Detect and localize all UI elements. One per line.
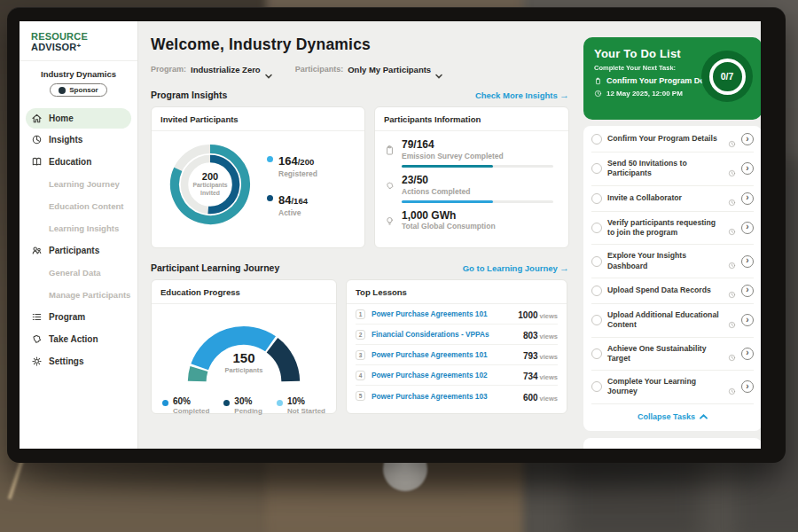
lesson-link[interactable]: Power Purchase Agreements 102 — [372, 371, 517, 379]
sidebar-item-label: Learning Journey — [49, 179, 120, 189]
collapse-tasks-link[interactable]: Collapse Tasks — [591, 404, 754, 430]
checkbox[interactable] — [591, 223, 602, 233]
lesson-link[interactable]: Power Purchase Agreements 101 — [372, 309, 512, 318]
legend-label: Completed — [173, 407, 209, 415]
brand-secondary: ADVISOR — [31, 42, 77, 52]
checkbox[interactable] — [591, 163, 602, 174]
org-name: Industry Dynamics — [20, 69, 137, 79]
monitor-bezel: RESOURCE ADVISOR+ Industry Dynamics Spon… — [7, 7, 786, 463]
list-icon — [31, 311, 43, 323]
donut-center-label: 200 Participants Invited — [166, 140, 254, 229]
stat-global-consumption: 1,000 GWh Total Global Consumption — [384, 210, 559, 231]
todo-item-9: Complete Your Learning Journey — [591, 371, 754, 404]
checkbox[interactable] — [591, 286, 602, 296]
lesson-link[interactable]: Power Purchase Agreements 101 — [372, 350, 517, 359]
chevron-right-button[interactable] — [741, 285, 754, 297]
go-to-learning-journey-link[interactable]: Go to Learning Journey — [463, 262, 569, 273]
actions-icon — [384, 179, 395, 191]
sidebar-item-manage-participants[interactable]: Manage Participants — [20, 284, 137, 306]
lesson-views-unit: views — [540, 353, 558, 361]
clock-icon — [594, 90, 602, 98]
lesson-views-unit: views — [540, 395, 558, 403]
legend-item-pending: 30% Pending — [223, 396, 262, 415]
todo-item-label: Verify participants requesting to join t… — [607, 218, 723, 239]
todo-item-3: Invite a Collaborator — [591, 186, 754, 212]
lesson-row-3[interactable]: 3 Power Purchase Agreements 101 793views — [356, 345, 558, 365]
page-title: Welcome, Industry Dynamics — [151, 35, 569, 54]
sidebar-item-settings[interactable]: Settings — [20, 350, 137, 372]
clock-icon — [728, 257, 736, 265]
program-filter-value: Industrialize Zero — [191, 65, 261, 74]
chevron-right-button[interactable] — [741, 348, 754, 360]
todo-item-6: Upload Spend Data Records — [591, 278, 754, 304]
chevron-right-button[interactable] — [741, 192, 754, 205]
lesson-row-1[interactable]: 1 Power Purchase Agreements 101 1000view… — [356, 304, 558, 325]
lesson-row-5[interactable]: 5 Power Purchase Agreements 103 600views — [356, 386, 558, 406]
sidebar: RESOURCE ADVISOR+ Industry Dynamics Spon… — [20, 21, 138, 449]
chevron-right-button[interactable] — [741, 380, 754, 393]
legend-dot — [267, 195, 273, 201]
recent-news-card: Recent News — [583, 438, 761, 449]
lesson-row-4[interactable]: 4 Power Purchase Agreements 102 734views — [356, 365, 558, 386]
chevron-right-button[interactable] — [741, 162, 754, 175]
gauge-center-label: 150 Participants — [173, 350, 315, 374]
chevron-right-button[interactable] — [741, 222, 754, 234]
sidebar-item-insights[interactable]: Insights — [20, 129, 137, 151]
todo-item-8: Achieve One Sustainability Target — [591, 338, 754, 372]
sidebar-item-general-data[interactable]: General Data — [20, 262, 137, 284]
sidebar-item-program[interactable]: Program — [20, 306, 137, 328]
legend-item-registered: 164/200 Registered — [267, 153, 317, 178]
checkbox[interactable] — [591, 193, 602, 204]
stat-label: Emission Survey Completed — [402, 152, 559, 160]
home-icon — [31, 113, 43, 124]
todo-progress-ring-inner: 0/7 — [709, 59, 746, 95]
lesson-row-2[interactable]: 2 Financial Considerations - VPPAs 803vi… — [356, 325, 558, 345]
lesson-views-unit: views — [540, 332, 558, 340]
invited-donut-chart: 200 Participants Invited — [166, 140, 254, 229]
legend-dot — [162, 400, 168, 406]
participants-filter-label: Participants: — [295, 65, 344, 74]
todo-item-label: Upload Additional Educational Content — [607, 310, 723, 331]
chevron-right-button[interactable] — [741, 255, 754, 268]
stat-label: Actions Completed — [402, 187, 559, 196]
participants-icon — [31, 245, 43, 256]
sidebar-item-label: Participants — [49, 246, 99, 255]
legend-pct: 30% — [234, 396, 262, 406]
sidebar-item-participants[interactable]: Participants — [20, 239, 137, 262]
card-title: Invited Participants — [160, 114, 356, 124]
checkbox[interactable] — [591, 134, 602, 145]
checkbox[interactable] — [591, 315, 602, 325]
clock-icon — [728, 317, 736, 325]
filter-bar: Program: Industrialize Zero Participants… — [151, 63, 569, 75]
legend-value: 164 — [278, 154, 298, 168]
clock-icon — [728, 136, 736, 144]
stat-emission-survey: 79/164 Emission Survey Completed — [384, 139, 559, 168]
todo-item-label: Achieve One Sustainability Target — [607, 344, 723, 364]
book-icon — [31, 156, 43, 168]
sidebar-item-home[interactable]: Home — [26, 108, 131, 129]
lesson-rank: 2 — [356, 330, 365, 340]
todo-item-1: Confirm Your Program Details — [591, 127, 754, 153]
lesson-views: 803 — [523, 331, 538, 340]
checkbox[interactable] — [591, 381, 602, 392]
check-more-insights-link[interactable]: Check More Insights — [475, 90, 569, 100]
chevron-right-button[interactable] — [741, 314, 754, 326]
participants-filter[interactable]: Participants: Only My Participants — [295, 65, 443, 74]
sidebar-item-learning-insights[interactable]: Learning Insights — [20, 217, 137, 239]
lesson-views: 600 — [523, 393, 538, 403]
lesson-link[interactable]: Financial Considerations - VPPAs — [372, 330, 517, 339]
checkbox[interactable] — [591, 256, 602, 267]
sidebar-item-education[interactable]: Education — [20, 151, 137, 173]
card-title: Top Lessons — [356, 287, 558, 297]
lesson-link[interactable]: Power Purchase Agreements 103 — [372, 392, 517, 401]
checkbox[interactable] — [591, 348, 602, 359]
chevron-right-button[interactable] — [741, 133, 754, 145]
progress-fill — [402, 200, 493, 203]
sidebar-item-education-content[interactable]: Education Content — [20, 195, 137, 217]
todo-panel: Your To Do List Complete Your Next Task:… — [578, 21, 761, 449]
brand-logo: RESOURCE ADVISOR+ — [20, 31, 137, 61]
sidebar-item-take-action[interactable]: Take Action — [20, 328, 137, 350]
sidebar-item-learning-journey[interactable]: Learning Journey — [20, 173, 137, 195]
program-filter[interactable]: Program: Industrialize Zero — [151, 65, 272, 74]
collapse-tasks-label: Collapse Tasks — [638, 412, 695, 421]
